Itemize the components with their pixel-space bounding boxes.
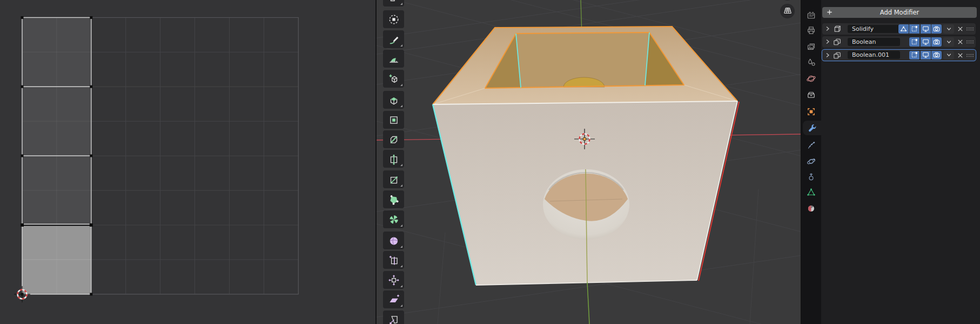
modifier-extras-dropdown[interactable] bbox=[943, 51, 954, 60]
viewport-canvas[interactable] bbox=[377, 0, 801, 324]
tab-object-properties[interactable] bbox=[801, 104, 821, 119]
drag-handle[interactable] bbox=[965, 38, 974, 45]
add-modifier-label: Add Modifier bbox=[880, 9, 919, 16]
drag-handle[interactable] bbox=[965, 25, 974, 32]
expand-chevron-icon[interactable] bbox=[825, 26, 830, 31]
inset-faces-tool-button[interactable] bbox=[383, 111, 404, 129]
edit-mode-toggle[interactable] bbox=[909, 51, 919, 60]
modifier-name-field[interactable]: Boolean.001 bbox=[848, 51, 900, 59]
physics-properties-icon bbox=[806, 156, 816, 167]
smooth-tool-icon bbox=[388, 235, 400, 247]
object-data-properties-icon bbox=[806, 187, 816, 197]
render-toggle[interactable] bbox=[931, 51, 942, 60]
3d-viewport[interactable] bbox=[377, 0, 801, 324]
expand-chevron-icon[interactable] bbox=[825, 39, 830, 44]
inset-faces-tool-icon bbox=[388, 114, 400, 126]
shear-tool-icon bbox=[388, 294, 400, 306]
delete-modifier-button[interactable] bbox=[956, 51, 964, 59]
knife-tool-icon bbox=[388, 174, 400, 186]
tab-modifier-properties[interactable] bbox=[803, 121, 821, 135]
tab-scene-properties[interactable] bbox=[801, 55, 821, 70]
uv-editor[interactable] bbox=[0, 0, 375, 324]
tab-material-properties[interactable] bbox=[801, 201, 821, 216]
tab-collection-properties[interactable] bbox=[801, 88, 821, 102]
measure-tool-icon bbox=[388, 53, 400, 65]
rip-region-tool-button[interactable] bbox=[383, 310, 404, 324]
rip-region-tool-icon bbox=[388, 314, 400, 324]
tab-object-data-properties[interactable] bbox=[801, 185, 821, 200]
properties-tab-column bbox=[801, 0, 821, 324]
perspective-toggle-button[interactable] bbox=[780, 4, 795, 18]
transform-tool-button[interactable] bbox=[383, 10, 404, 28]
edge-slide-tool-icon bbox=[388, 254, 400, 266]
scale-tool-button[interactable] bbox=[383, 0, 404, 6]
expand-chevron-icon[interactable] bbox=[825, 52, 830, 58]
y-axis-line-back bbox=[581, 0, 582, 27]
modifier-name-field[interactable]: Solidify bbox=[848, 25, 900, 33]
modifier-extras-dropdown[interactable] bbox=[943, 24, 954, 34]
collection-properties-icon bbox=[806, 90, 816, 100]
loop-cut-tool-button[interactable] bbox=[383, 150, 404, 168]
add-cube-tool-button[interactable] bbox=[383, 70, 404, 88]
edit-mode-toggle[interactable] bbox=[909, 37, 919, 47]
realtime-toggle[interactable] bbox=[921, 51, 931, 60]
spin-tool-icon bbox=[388, 214, 400, 226]
extrude-region-tool-button[interactable] bbox=[383, 91, 404, 109]
modifier-extras-dropdown[interactable] bbox=[943, 37, 954, 47]
solidify-modifier-icon bbox=[833, 24, 842, 34]
tab-particles-properties[interactable] bbox=[801, 138, 821, 153]
measure-tool-button[interactable] bbox=[383, 50, 404, 68]
view-layer-properties-icon bbox=[806, 42, 816, 52]
poly-build-tool-button[interactable] bbox=[383, 190, 404, 208]
edge-slide-tool-button[interactable] bbox=[383, 251, 404, 269]
y-axis-line-front bbox=[587, 282, 589, 324]
tab-world-properties[interactable] bbox=[801, 71, 821, 86]
spin-tool-button[interactable] bbox=[383, 210, 404, 228]
uv-island[interactable] bbox=[21, 16, 93, 295]
render-properties-icon bbox=[806, 10, 816, 21]
shrink-fatten-tool-icon bbox=[388, 274, 400, 286]
object-origin-dot bbox=[583, 137, 586, 141]
smooth-tool-button[interactable] bbox=[383, 232, 404, 249]
perspective-grid-icon bbox=[782, 5, 794, 17]
tab-constraints-properties[interactable] bbox=[801, 169, 821, 184]
shear-tool-button[interactable] bbox=[383, 290, 404, 308]
modifier-row-boolean[interactable]: Boolean bbox=[822, 36, 976, 48]
modifier-properties-icon bbox=[807, 123, 817, 133]
annotate-tool-button[interactable] bbox=[383, 30, 404, 48]
modifier-row-boolean-001[interactable]: Boolean.001 bbox=[822, 50, 976, 61]
modifier-name-field[interactable]: Boolean bbox=[848, 38, 900, 46]
poly-build-tool-icon bbox=[388, 194, 400, 206]
mesh-object[interactable] bbox=[433, 27, 739, 285]
uv-canvas[interactable] bbox=[0, 0, 375, 324]
drag-handle[interactable] bbox=[965, 52, 974, 59]
on-cage-toggle[interactable] bbox=[898, 24, 909, 34]
tab-output-properties[interactable] bbox=[801, 23, 821, 38]
loop-cut-tool-icon bbox=[388, 153, 400, 165]
edit-mode-toggle[interactable] bbox=[909, 24, 919, 34]
modifier-row-solidify[interactable]: Solidify bbox=[822, 23, 976, 35]
add-modifier-button[interactable]: Add Modifier bbox=[822, 7, 977, 18]
tab-render-properties[interactable] bbox=[801, 8, 821, 23]
shrink-fatten-tool-button[interactable] bbox=[383, 271, 404, 289]
modifier-display-toggles bbox=[909, 51, 942, 60]
realtime-toggle[interactable] bbox=[921, 37, 931, 47]
world-properties-icon bbox=[806, 74, 816, 84]
knife-tool-button[interactable] bbox=[383, 170, 404, 188]
render-toggle[interactable] bbox=[931, 37, 942, 47]
boolean-modifier-icon bbox=[833, 37, 842, 47]
output-properties-icon bbox=[806, 25, 816, 36]
tab-view-layer-properties[interactable] bbox=[801, 39, 821, 54]
render-toggle[interactable] bbox=[931, 24, 942, 34]
constraints-properties-icon bbox=[806, 171, 816, 182]
realtime-toggle[interactable] bbox=[921, 24, 931, 34]
plus-icon bbox=[826, 9, 833, 16]
extrude-region-tool-icon bbox=[388, 94, 400, 106]
viewport-toolbar bbox=[383, 0, 404, 324]
delete-modifier-button[interactable] bbox=[956, 25, 964, 33]
modifier-display-toggles bbox=[898, 24, 942, 34]
delete-modifier-button[interactable] bbox=[956, 38, 964, 46]
bevel-tool-button[interactable] bbox=[383, 130, 404, 148]
tab-physics-properties[interactable] bbox=[801, 154, 821, 169]
properties-editor: Add Modifier Solidify bbox=[801, 0, 980, 324]
